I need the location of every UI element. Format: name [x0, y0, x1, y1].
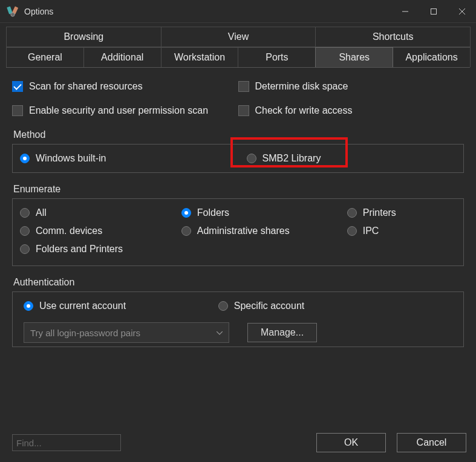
checkbox-icon — [238, 105, 249, 116]
radio-auth-current[interactable]: Use current account — [24, 301, 218, 311]
checkbox-enable-security[interactable]: Enable security and user permission scan — [12, 105, 238, 116]
radio-enum-fandp[interactable]: Folders and Printers — [20, 244, 181, 255]
radio-enum-ipc[interactable]: IPC — [347, 226, 456, 236]
checkbox-icon — [12, 81, 23, 92]
tab-browsing[interactable]: Browsing — [6, 27, 161, 47]
radio-icon — [20, 208, 30, 218]
checkbox-check-write[interactable]: Check for write access — [238, 105, 465, 116]
radio-label: Folders and Printers — [36, 244, 123, 255]
radio-label: Administrative shares — [197, 226, 290, 236]
button-label: OK — [344, 437, 358, 448]
tab-additional[interactable]: Additional — [83, 47, 161, 67]
radio-label: Printers — [363, 207, 396, 218]
group-enumerate: All Folders Printers Comm. devices — [12, 198, 464, 266]
tab-shares[interactable]: Shares — [315, 47, 393, 67]
tab-workstation[interactable]: Workstation — [161, 47, 239, 67]
close-button[interactable] — [448, 0, 476, 23]
radio-icon — [181, 226, 191, 236]
button-label: Manage... — [261, 327, 304, 338]
checkbox-scan-shared[interactable]: Scan for shared resources — [12, 81, 238, 92]
radio-icon — [247, 154, 256, 163]
radio-label: Windows built-in — [36, 153, 106, 164]
cancel-button[interactable]: Cancel — [397, 433, 466, 452]
tab-view[interactable]: View — [161, 27, 316, 47]
radio-enum-comm[interactable]: Comm. devices — [20, 226, 181, 236]
svg-rect-4 — [431, 8, 436, 14]
tab-applications[interactable]: Applications — [393, 47, 471, 67]
find-input[interactable]: Find... — [12, 434, 121, 451]
radio-icon — [20, 226, 30, 236]
shares-panel: Scan for shared resources Determine disk… — [4, 68, 472, 364]
radio-enum-all[interactable]: All — [20, 207, 181, 218]
tab-strip: Browsing View Shortcuts General Addition… — [6, 27, 470, 68]
chevron-down-icon — [217, 328, 223, 337]
tab-shortcuts[interactable]: Shortcuts — [315, 27, 471, 47]
tab-general[interactable]: General — [6, 47, 84, 67]
radio-icon — [24, 301, 33, 311]
checkbox-determine-disk[interactable]: Determine disk space — [238, 81, 465, 92]
button-label: Cancel — [417, 437, 447, 448]
radio-label: SMB2 Library — [262, 153, 321, 164]
radio-icon — [181, 208, 191, 218]
find-placeholder: Find... — [16, 438, 42, 448]
radio-enum-folders[interactable]: Folders — [181, 207, 347, 218]
window-title: Options — [24, 7, 53, 16]
manage-button[interactable]: Manage... — [247, 323, 317, 342]
app-icon — [6, 5, 19, 18]
ok-button[interactable]: OK — [316, 433, 386, 452]
group-title-enumerate: Enumerate — [13, 184, 464, 195]
group-title-auth: Authentication — [13, 277, 464, 288]
svg-point-2 — [11, 12, 15, 16]
checkbox-label: Scan for shared resources — [29, 81, 143, 92]
maximize-button[interactable] — [419, 0, 448, 23]
radio-icon — [218, 301, 228, 311]
radio-method-builtin[interactable]: Windows built-in — [20, 153, 238, 164]
radio-label: Use current account — [39, 301, 126, 311]
radio-method-smb2[interactable]: SMB2 Library — [238, 153, 457, 164]
radio-label: All — [36, 207, 47, 218]
radio-icon — [20, 154, 30, 163]
group-method: Windows built-in SMB2 Library — [12, 144, 464, 173]
footer-bar: Find... OK Cancel — [0, 423, 476, 462]
radio-label: Comm. devices — [36, 226, 102, 236]
combo-placeholder: Try all login-password pairs — [30, 328, 140, 338]
login-combo[interactable]: Try all login-password pairs — [24, 322, 229, 343]
minimize-button[interactable] — [391, 0, 419, 23]
radio-label: Specific account — [234, 301, 305, 311]
radio-label: IPC — [363, 226, 379, 236]
checkbox-icon — [238, 81, 249, 92]
group-auth: Use current account Specific account Try… — [12, 291, 464, 347]
tab-ports[interactable]: Ports — [238, 47, 316, 67]
titlebar: Options — [0, 0, 476, 23]
radio-icon — [347, 208, 357, 218]
radio-auth-specific[interactable]: Specific account — [218, 301, 413, 311]
checkbox-icon — [12, 105, 23, 116]
radio-enum-printers[interactable]: Printers — [347, 207, 456, 218]
checkbox-label: Enable security and user permission scan — [29, 105, 208, 116]
checkbox-label: Check for write access — [255, 105, 353, 116]
radio-icon — [347, 226, 357, 236]
radio-icon — [20, 244, 30, 254]
group-title-method: Method — [13, 129, 464, 140]
radio-label: Folders — [197, 207, 229, 218]
radio-enum-admin[interactable]: Administrative shares — [181, 226, 347, 236]
checkbox-label: Determine disk space — [255, 81, 348, 92]
